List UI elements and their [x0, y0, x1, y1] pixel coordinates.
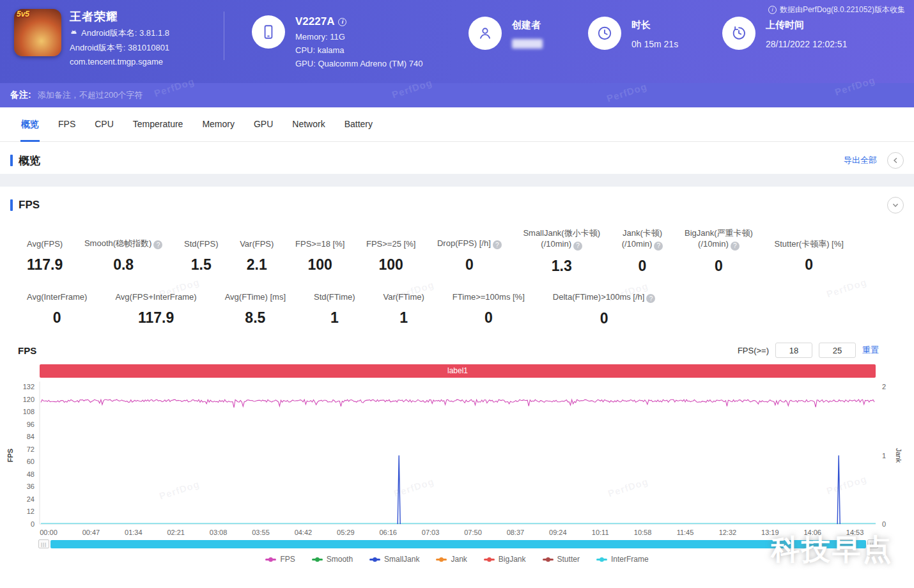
remark-bar[interactable]: 备注: 添加备注，不超过200个字符: [0, 83, 914, 107]
legend-marker: [436, 559, 447, 561]
legend-smalljank[interactable]: SmallJank: [369, 555, 419, 564]
help-icon[interactable]: ?: [654, 242, 663, 251]
metric-value: 117.9: [27, 256, 63, 274]
creator-name-redacted: [512, 39, 543, 49]
metric-label: Avg(FPS+InterFrame): [115, 291, 196, 302]
legend-interframe[interactable]: InterFrame: [596, 555, 649, 564]
metric-smalljank: SmallJank(微小卡顿)(/10min)?1.3: [523, 228, 600, 275]
legend-fps[interactable]: FPS: [265, 555, 295, 564]
metric-value: 1: [383, 309, 424, 327]
reset-link[interactable]: 重置: [862, 344, 879, 356]
metric-value: 0.8: [84, 256, 162, 274]
legend-marker: [312, 559, 323, 561]
svg-text:Jank: Jank: [895, 448, 902, 463]
svg-text:09:24: 09:24: [549, 529, 567, 536]
tab-gpu[interactable]: GPU: [244, 107, 283, 141]
upload-info: 上传时间 28/11/2022 12:02:51: [722, 17, 847, 50]
metric-value: 0: [685, 258, 753, 275]
metric-label: BigJank(严重卡顿)(/10min)?: [685, 228, 753, 251]
page: i 数据由PerfDog(8.0.221052)版本收集 5v5 王者荣耀 An…: [0, 0, 914, 588]
svg-text:132: 132: [23, 383, 35, 391]
legend-stutter[interactable]: Stutter: [543, 555, 580, 564]
legend-smooth[interactable]: Smooth: [312, 555, 353, 564]
metric-fps-18: FPS>=18 [%]100: [295, 228, 345, 275]
title-accent-bar: [10, 155, 13, 166]
device-model: V2227A i: [295, 15, 422, 28]
scrollbar-left-handle[interactable]: |||: [38, 539, 49, 548]
metric-value: 0: [453, 309, 525, 327]
svg-text:05:29: 05:29: [337, 529, 355, 536]
metric-std-fps: Std(FPS)1.5: [184, 228, 218, 275]
tab-fps[interactable]: FPS: [49, 107, 85, 141]
fps-threshold-high-input[interactable]: [819, 343, 856, 358]
metric-label: Drop(FPS) [/h]?: [437, 228, 502, 249]
person-icon: [469, 17, 502, 50]
section-divider-band: [0, 174, 914, 187]
upload-value: 28/11/2022 12:02:51: [766, 39, 847, 49]
scrollbar-right-handle[interactable]: |||: [867, 539, 878, 548]
svg-text:14:53: 14:53: [846, 529, 864, 536]
fps-threshold-label: FPS(>=): [738, 346, 769, 355]
export-all-link[interactable]: 导出全部: [844, 155, 877, 166]
fps-threshold-low-input[interactable]: [775, 343, 812, 358]
help-icon[interactable]: ?: [153, 240, 162, 249]
metric-delta-ftime-100ms-h: Delta(FTime)>100ms [/h]?0: [553, 291, 656, 328]
tab-cpu[interactable]: CPU: [85, 107, 123, 141]
metric-label: Std(FTime): [314, 291, 355, 302]
metric-avg-interframe: Avg(InterFrame)0: [27, 291, 87, 328]
tab-bar: 概览FPSCPUTemperatureMemoryGPUNetworkBatte…: [0, 107, 914, 142]
svg-text:07:03: 07:03: [422, 529, 440, 536]
svg-text:2: 2: [882, 383, 886, 391]
device-info-icon[interactable]: i: [338, 18, 346, 26]
game-title: 王者荣耀: [70, 9, 169, 24]
metric-var-fps: Var(FPS)2.1: [240, 228, 274, 275]
device-gpu: GPU: Qualcomm Adreno (TM) 740: [295, 59, 422, 68]
help-icon[interactable]: ?: [731, 242, 740, 251]
header: i 数据由PerfDog(8.0.221052)版本收集 5v5 王者荣耀 An…: [0, 0, 914, 83]
metric-label: Avg(InterFrame): [27, 291, 87, 302]
help-icon[interactable]: ?: [573, 242, 582, 251]
svg-text:03:08: 03:08: [210, 529, 228, 536]
chart-label-bar: label1: [40, 364, 876, 378]
fps-chart[interactable]: 01224364860728496108120132012FPSJank00:0…: [0, 378, 914, 538]
android-icon: [70, 28, 78, 38]
fps-chart-title: FPS: [18, 345, 36, 356]
chart-scrollbar: ||| |||: [38, 539, 878, 549]
fps-collapse-button[interactable]: [887, 197, 904, 213]
legend-bigjank[interactable]: BigJank: [484, 555, 526, 564]
overview-collapse-button[interactable]: [887, 152, 904, 169]
header-divider: [224, 12, 224, 60]
metric-value: 100: [295, 256, 345, 274]
svg-text:03:55: 03:55: [252, 529, 270, 536]
metric-value: 100: [366, 256, 415, 274]
svg-text:10:58: 10:58: [634, 529, 652, 536]
svg-text:12: 12: [27, 507, 35, 515]
metric-value: 2.1: [240, 256, 274, 274]
tab-memory[interactable]: Memory: [192, 107, 244, 141]
svg-text:72: 72: [27, 445, 35, 453]
fps-section-header: FPS: [0, 192, 914, 219]
legend-label: BigJank: [499, 555, 526, 564]
help-icon[interactable]: ?: [646, 294, 655, 303]
legend-jank[interactable]: Jank: [436, 555, 467, 564]
tab-network[interactable]: Network: [283, 107, 334, 141]
tab-temperature[interactable]: Temperature: [123, 107, 193, 141]
tab-overview[interactable]: 概览: [12, 107, 49, 141]
legend-marker: [484, 559, 495, 561]
collection-note-text: 数据由PerfDog(8.0.221052)版本收集: [780, 4, 905, 15]
metric-label: SmallJank(微小卡顿)(/10min)?: [523, 228, 600, 251]
help-icon[interactable]: ?: [493, 240, 502, 249]
metric-fps-25: FPS>=25 [%]100: [366, 228, 415, 275]
metric-ftime-100ms: FTime>=100ms [%]0: [453, 291, 525, 328]
metric-label: Std(FPS): [184, 228, 218, 249]
svg-text:10:11: 10:11: [592, 529, 609, 536]
fps-chart-header: FPS FPS(>=) 重置: [18, 343, 879, 358]
legend-label: InterFrame: [611, 555, 649, 564]
scrollbar-thumb[interactable]: [50, 540, 866, 548]
metric-value: 8.5: [225, 309, 286, 327]
remark-label: 备注:: [10, 89, 31, 101]
metric-drop-fps-h: Drop(FPS) [/h]?0: [437, 228, 502, 275]
legend-label: Jank: [451, 555, 467, 564]
tab-battery[interactable]: Battery: [335, 107, 382, 141]
svg-text:120: 120: [23, 396, 35, 403]
